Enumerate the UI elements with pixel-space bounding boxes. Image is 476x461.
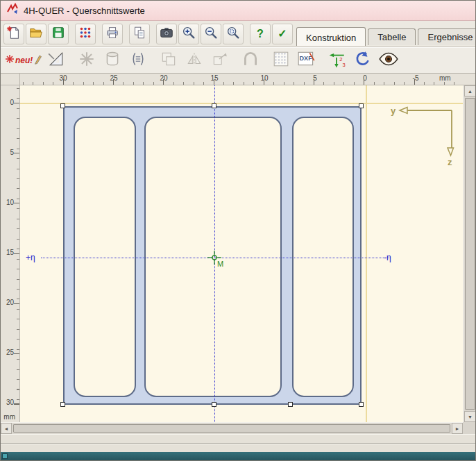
ruler-unit: mm	[3, 413, 15, 421]
zoom-in-button[interactable]	[178, 24, 199, 44]
cylinder-icon	[103, 50, 121, 71]
point-grid-icon	[78, 25, 93, 43]
dot-grid-icon	[272, 50, 290, 71]
titlebar: 4H-QUER - Querschnittswerte	[1, 1, 475, 21]
move-button[interactable]	[209, 49, 231, 72]
svg-text:z: z	[448, 157, 452, 166]
ruler-corner	[1, 74, 20, 85]
tab-konstruktion[interactable]: Konstruktion	[296, 27, 366, 46]
print-button[interactable]	[102, 24, 123, 44]
origin-axis-vertical	[366, 85, 367, 422]
dxf-button[interactable]: DXF	[296, 49, 318, 72]
drawing-canvas[interactable]: +η -η M y z	[20, 85, 463, 422]
set-square-icon	[47, 50, 65, 71]
section-cell-left	[74, 117, 136, 397]
undo-button[interactable]	[352, 49, 374, 72]
view-options-button[interactable]	[377, 49, 400, 72]
lower-panel-strip	[1, 434, 476, 444]
contour-lines-button[interactable]	[127, 49, 149, 72]
app-logo-icon	[6, 3, 19, 18]
node-handle[interactable]	[359, 402, 364, 407]
scrollbar-corner	[463, 422, 476, 434]
node-handle[interactable]	[212, 103, 216, 108]
right-arrow-icon: ►	[455, 426, 460, 431]
node-handle[interactable]	[212, 402, 216, 407]
move-icon	[211, 50, 229, 71]
node-handle[interactable]	[288, 402, 293, 407]
print-icon	[105, 25, 120, 43]
vertical-scroll-thumb[interactable]	[465, 98, 475, 410]
scroll-up-button[interactable]: ▲	[464, 85, 476, 97]
coordinate-axes: y z	[388, 99, 454, 166]
axes-button[interactable]: 2 3	[326, 49, 348, 72]
ruler-label: 20	[6, 299, 14, 306]
zoom-window-icon	[226, 25, 241, 43]
centroid-label: M	[217, 260, 223, 268]
node-handle[interactable]	[60, 402, 65, 407]
zoom-out-button[interactable]	[201, 24, 221, 44]
cylinder-button[interactable]	[101, 49, 124, 72]
dot-grid-button[interactable]	[270, 49, 292, 72]
confirm-button[interactable]: ✓	[272, 24, 293, 44]
open-folder-icon	[28, 25, 44, 43]
arch-icon	[241, 50, 260, 71]
ruler-label: 25	[6, 349, 14, 356]
camera-button[interactable]	[156, 24, 177, 44]
svg-text:DXF: DXF	[300, 55, 313, 62]
left-arrow-icon: ◄	[4, 426, 9, 431]
status-indicator	[2, 453, 8, 459]
point-star-button[interactable]	[76, 49, 98, 72]
camera-icon	[159, 25, 174, 43]
contour-lines-icon	[129, 50, 147, 71]
scroll-left-button[interactable]: ◄	[1, 423, 12, 434]
ruler-horizontal: 30 25 20 15 10 5 0 -5 mm	[20, 74, 463, 85]
save-icon	[51, 25, 66, 43]
eta-negative-label: -η	[384, 253, 391, 262]
ruler-unit: mm	[439, 74, 451, 82]
zoom-out-icon	[203, 25, 219, 43]
mirror-button[interactable]	[183, 49, 205, 72]
mirror-icon	[185, 50, 203, 71]
horizontal-scrollbar[interactable]: ◄ ►	[1, 422, 463, 434]
duplicate-icon	[160, 50, 178, 71]
help-button[interactable]: ?	[250, 24, 271, 44]
tab-tabelle[interactable]: Tabelle	[368, 28, 416, 45]
arch-button[interactable]	[239, 49, 262, 72]
down-arrow-icon: ▼	[468, 414, 473, 419]
zoom-in-icon	[181, 25, 196, 43]
node-handle[interactable]	[60, 103, 65, 108]
scroll-down-button[interactable]: ▼	[464, 411, 476, 422]
duplicate-button[interactable]	[158, 49, 180, 72]
set-square-button[interactable]	[45, 49, 67, 72]
new-document-icon	[6, 25, 22, 43]
view-tabs: Konstruktion Tabelle Ergebnisse	[294, 23, 476, 45]
ruler-ticks-major	[63, 79, 418, 85]
scroll-right-button[interactable]: ►	[452, 423, 463, 434]
svg-text:3: 3	[343, 62, 346, 68]
zoom-window-button[interactable]	[223, 24, 244, 44]
window-title: 4H-QUER - Querschnittswerte	[24, 6, 145, 16]
horizontal-scroll-thumb[interactable]	[13, 424, 450, 433]
tab-ergebnisse[interactable]: Ergebnisse	[418, 28, 476, 45]
pencil-icon	[33, 53, 42, 68]
help-icon: ?	[257, 28, 264, 40]
ruler-label: 30	[6, 399, 14, 406]
new-document-button[interactable]	[3, 24, 24, 44]
svg-text:y: y	[391, 106, 396, 116]
workspace: 30 25 20 15 10 5 0 -5 mm 0 5 10 15 20 25…	[1, 74, 476, 453]
new-section-button[interactable]: neu!	[5, 49, 42, 72]
ruler-ticks-major	[14, 103, 19, 405]
eye-icon	[378, 50, 399, 71]
new-section-label: neu!	[15, 56, 33, 65]
node-handle[interactable]	[359, 103, 364, 108]
save-button[interactable]	[48, 24, 69, 44]
ruler-corner-right	[463, 74, 476, 85]
copy-icon	[132, 25, 147, 43]
vertical-scrollbar[interactable]: ▲ ▼	[463, 85, 476, 422]
eta-positive-label: +η	[26, 253, 35, 262]
confirm-icon: ✓	[278, 28, 287, 40]
copy-button[interactable]	[129, 24, 150, 44]
point-grid-button[interactable]	[75, 24, 96, 44]
open-folder-button[interactable]	[26, 24, 46, 44]
undo-icon	[354, 50, 372, 71]
